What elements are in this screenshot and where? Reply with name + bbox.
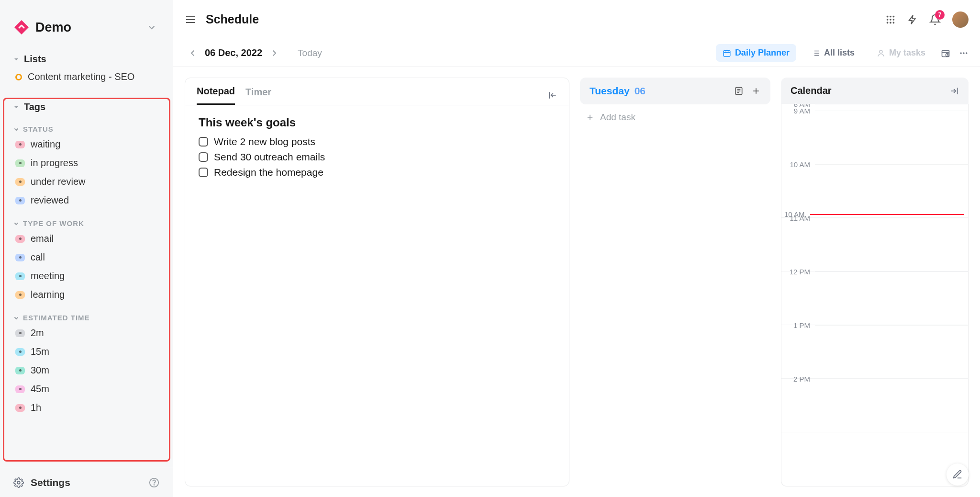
today-button[interactable]: Today <box>298 48 322 58</box>
tag-label: reviewed <box>31 195 69 206</box>
svg-point-6 <box>887 19 889 21</box>
help-icon[interactable] <box>149 477 159 488</box>
all-lists-button[interactable]: All lists <box>805 44 861 62</box>
daily-planner-button[interactable]: Daily Planner <box>716 44 796 62</box>
floating-edit-button[interactable] <box>947 463 969 486</box>
tag-label: meeting <box>31 271 65 282</box>
tag-color-icon <box>15 404 25 412</box>
svg-point-2 <box>154 485 155 485</box>
tag-item[interactable]: 1h <box>13 398 159 417</box>
workspace-name: Demo <box>35 20 71 35</box>
chevron-down-icon <box>13 126 19 132</box>
topbar: Schedule 7 <box>173 0 980 39</box>
time-slot[interactable]: 1 PM <box>781 325 968 379</box>
tag-item[interactable]: 15m <box>13 342 159 361</box>
tag-group-header[interactable]: STATUS <box>13 119 159 135</box>
checklist-label: Send 30 outreach emails <box>214 151 325 163</box>
tag-group-header[interactable]: TYPE OF WORK <box>13 214 159 229</box>
svg-point-11 <box>893 22 895 23</box>
apps-icon[interactable] <box>885 14 896 25</box>
my-tasks-button[interactable]: My tasks <box>870 44 932 62</box>
tag-item[interactable]: reviewed <box>13 191 159 210</box>
tag-color-icon <box>15 291 25 299</box>
checklist-item[interactable]: Send 30 outreach emails <box>199 149 556 165</box>
main-area: Schedule 7 06 Dec, 2022 Today <box>173 0 980 497</box>
tab-timer[interactable]: Timer <box>245 87 271 104</box>
tag-item[interactable]: learning <box>13 285 159 304</box>
day-number: 06 <box>635 85 646 97</box>
note-icon[interactable] <box>734 86 744 96</box>
next-day-button[interactable] <box>266 45 282 61</box>
current-time-line <box>810 214 964 215</box>
svg-point-0 <box>17 481 20 484</box>
svg-point-8 <box>893 19 895 21</box>
svg-point-4 <box>890 15 891 17</box>
tab-notepad[interactable]: Notepad <box>197 86 235 105</box>
tag-label: email <box>31 233 54 244</box>
collapse-left-icon[interactable] <box>548 90 557 100</box>
add-task-input[interactable]: Add task <box>580 104 770 130</box>
prev-day-button[interactable] <box>185 45 201 61</box>
checklist-label: Redesign the homepage <box>214 167 323 178</box>
checklist-item[interactable]: Write 2 new blog posts <box>199 134 556 149</box>
bolt-icon[interactable] <box>907 14 918 25</box>
tag-label: call <box>31 252 45 263</box>
all-lists-label: All lists <box>824 48 855 58</box>
time-label: 2 PM <box>781 375 815 432</box>
date-label[interactable]: 06 Dec, 2022 <box>205 47 262 58</box>
more-icon[interactable] <box>959 48 969 58</box>
tag-item[interactable]: 2m <box>13 324 159 342</box>
tag-color-icon <box>15 385 25 393</box>
workspace-switcher[interactable]: Demo <box>0 0 173 51</box>
tag-color-icon <box>15 178 25 186</box>
tag-item[interactable]: 45m <box>13 380 159 398</box>
calendar-header: Calendar <box>781 78 969 104</box>
tag-item[interactable]: email <box>13 229 159 248</box>
calendar-grid[interactable]: 8 AM9 AM10 AM11 AM12 PM1 PM2 PM 10 AM <box>781 104 969 486</box>
time-slot[interactable]: 2 PM <box>781 379 968 432</box>
sidebar: Demo Lists Content marketing - SEO Tags … <box>0 0 173 497</box>
time-label: 11 AM <box>781 214 815 271</box>
svg-point-5 <box>893 15 895 17</box>
checklist-item[interactable]: Redesign the homepage <box>199 165 556 180</box>
calendar-panel: Calendar 8 AM9 AM10 AM11 AM12 PM1 PM2 PM… <box>781 78 969 486</box>
tag-item[interactable]: waiting <box>13 135 159 154</box>
time-slot[interactable]: 11 AM <box>781 218 968 271</box>
tag-label: 30m <box>31 365 49 376</box>
tag-item[interactable]: 30m <box>13 361 159 380</box>
add-task-placeholder: Add task <box>600 112 635 123</box>
settings-label: Settings <box>31 477 70 488</box>
tag-item[interactable]: meeting <box>13 267 159 285</box>
tag-item[interactable]: in progress <box>13 154 159 172</box>
svg-point-17 <box>963 52 964 54</box>
avatar[interactable] <box>952 11 969 28</box>
tag-item[interactable]: call <box>13 248 159 267</box>
time-slot[interactable]: 9 AM <box>781 111 968 164</box>
notifications-button[interactable]: 7 <box>929 14 941 25</box>
checkbox[interactable] <box>199 168 208 177</box>
lists-header[interactable]: Lists <box>13 51 159 68</box>
list-item[interactable]: Content marketing - SEO <box>13 68 159 86</box>
svg-point-3 <box>887 15 889 17</box>
tag-group-header[interactable]: ESTIMATED TIME <box>13 308 159 324</box>
time-label: 12 PM <box>781 268 815 325</box>
collapse-right-icon[interactable] <box>949 86 959 96</box>
checkbox[interactable] <box>199 137 208 147</box>
plus-icon[interactable] <box>751 86 761 96</box>
tag-color-icon <box>15 367 25 374</box>
settings-link[interactable]: Settings <box>0 468 173 497</box>
svg-point-10 <box>890 22 891 23</box>
svg-rect-12 <box>724 50 730 56</box>
time-slot[interactable]: 12 PM <box>781 271 968 325</box>
gear-icon <box>13 477 24 488</box>
tag-label: 1h <box>31 402 41 413</box>
tags-header[interactable]: Tags <box>13 99 159 115</box>
notepad-body[interactable]: This week's goals Write 2 new blog posts… <box>185 105 569 191</box>
calendar-settings-icon[interactable] <box>941 48 950 58</box>
menu-icon[interactable] <box>185 14 196 25</box>
workspace-logo-icon <box>13 19 30 35</box>
checkbox[interactable] <box>199 152 208 162</box>
plus-icon <box>586 113 594 122</box>
time-slot[interactable]: 10 AM <box>781 164 968 218</box>
tag-item[interactable]: under review <box>13 172 159 191</box>
